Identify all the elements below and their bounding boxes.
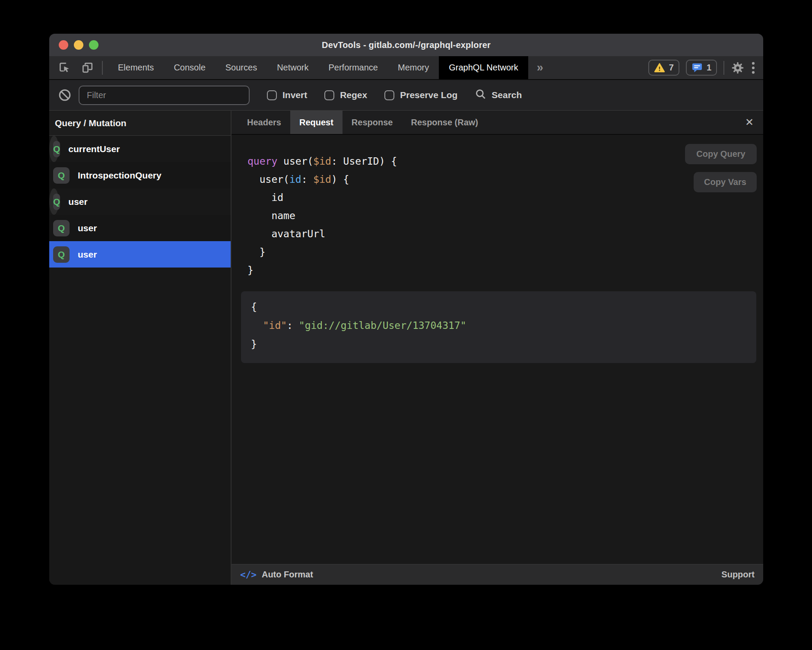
more-menu-icon[interactable] [751, 61, 755, 75]
zoom-window-button[interactable] [89, 40, 98, 50]
checkbox-icon[interactable] [384, 90, 394, 100]
tab-performance[interactable]: Performance [319, 56, 388, 79]
query-list-item[interactable]: QcurrentUser [49, 136, 59, 162]
query-name: user [78, 249, 97, 260]
code-brackets-icon: </> [240, 570, 257, 580]
query-list-item[interactable]: Quser [49, 241, 231, 268]
window-title: DevTools - gitlab.com/-/graphql-explorer [49, 40, 763, 50]
code-line: } [247, 243, 397, 261]
request-body: Copy Query Copy Vars query user($id: Use… [232, 135, 763, 564]
tab-response-raw[interactable]: Response (Raw) [402, 111, 487, 134]
titlebar: DevTools - gitlab.com/-/graphql-explorer [49, 34, 763, 56]
traffic-lights [59, 34, 98, 56]
devtools-window: DevTools - gitlab.com/-/graphql-explorer… [49, 34, 763, 585]
variables-box: { "id": "gid://gitlab/User/13704317"} [241, 291, 756, 363]
variables-code: { "id": "gid://gitlab/User/13704317"} [251, 298, 756, 354]
code-line: avatarUrl [247, 225, 397, 243]
message-count: 1 [707, 63, 711, 73]
query-name: user [78, 223, 97, 233]
tab-memory[interactable]: Memory [388, 56, 439, 79]
query-name: currentUser [68, 144, 120, 154]
code-line: } [247, 261, 397, 279]
query-type-badge: Q [53, 194, 60, 210]
footer-bar: </> Auto Format Support [232, 564, 763, 585]
filter-checkboxes: InvertRegexPreserve Log [267, 90, 457, 100]
checkbox-icon[interactable] [324, 90, 334, 100]
content-area: Query / Mutation QcurrentUserQIntrospect… [49, 111, 763, 585]
close-window-button[interactable] [59, 40, 68, 50]
code-line: "id": "gid://gitlab/User/13704317" [251, 316, 756, 335]
query-type-badge: Q [53, 141, 60, 157]
graphql-query-code: query user($id: UserID) { user(id: $id) … [247, 152, 397, 279]
query-list-item[interactable]: QIntrospectionQuery [49, 162, 231, 188]
query-type-badge: Q [53, 167, 70, 184]
tab-request[interactable]: Request [290, 111, 343, 134]
tab-headers[interactable]: Headers [238, 111, 290, 134]
main-tabs: ElementsConsoleSourcesNetworkPerformance… [108, 56, 528, 79]
query-type-badge: Q [53, 220, 70, 236]
search-icon [475, 88, 487, 102]
request-tab-bar: HeadersRequestResponseResponse (Raw) ✕ [232, 111, 763, 135]
query-list-item[interactable]: Quser [49, 188, 59, 215]
code-line: { [251, 298, 756, 316]
toolbar-divider [102, 61, 103, 75]
tab-graphql-network[interactable]: GraphQL Network [439, 56, 528, 79]
message-icon [691, 62, 703, 73]
sidebar-header: Query / Mutation [49, 111, 231, 136]
query-name: IntrospectionQuery [78, 170, 162, 181]
devtools-tab-bar: ElementsConsoleSourcesNetworkPerformance… [49, 56, 763, 80]
warnings-badge[interactable]: 7 [648, 60, 679, 76]
filter-bar: InvertRegexPreserve Log Search [49, 80, 763, 111]
tab-elements[interactable]: Elements [108, 56, 164, 79]
checkbox-label: Regex [340, 90, 367, 100]
toolbar-divider [723, 61, 724, 75]
tab-sources[interactable]: Sources [216, 56, 267, 79]
warning-icon [654, 62, 665, 73]
code-line: id [247, 188, 397, 207]
more-tabs-icon[interactable]: » [528, 56, 552, 79]
close-panel-icon[interactable]: ✕ [742, 115, 756, 129]
request-tabs: HeadersRequestResponseResponse (Raw) [238, 111, 487, 134]
support-link[interactable]: Support [721, 570, 755, 580]
code-line: } [251, 335, 756, 354]
search-label: Search [492, 90, 522, 100]
tab-network[interactable]: Network [267, 56, 318, 79]
query-name: user [68, 197, 87, 207]
auto-format-button[interactable]: </> Auto Format [240, 570, 313, 580]
code-line: user(id: $id) { [247, 170, 397, 188]
query-list-item[interactable]: Quser [49, 215, 231, 241]
device-toolbar-icon[interactable] [81, 61, 94, 74]
checkbox-label: Preserve Log [400, 90, 457, 100]
request-panel: HeadersRequestResponseResponse (Raw) ✕ C… [232, 111, 763, 585]
checkbox-label: Invert [282, 90, 307, 100]
clear-filter-icon[interactable] [58, 88, 72, 102]
tab-console[interactable]: Console [164, 56, 215, 79]
auto-format-label: Auto Format [262, 570, 313, 580]
copy-vars-button[interactable]: Copy Vars [694, 172, 757, 192]
checkbox-regex[interactable]: Regex [324, 90, 367, 100]
checkbox-preserve-log[interactable]: Preserve Log [384, 90, 457, 100]
inspect-element-icon[interactable] [58, 61, 71, 74]
tab-response[interactable]: Response [343, 111, 402, 134]
code-line: name [247, 207, 397, 225]
messages-badge[interactable]: 1 [686, 60, 717, 76]
settings-gear-icon[interactable] [731, 61, 745, 75]
minimize-window-button[interactable] [74, 40, 83, 50]
search-button[interactable]: Search [475, 88, 522, 102]
checkbox-invert[interactable]: Invert [267, 90, 307, 100]
checkbox-icon[interactable] [267, 90, 277, 100]
query-list: QcurrentUserQIntrospectionQueryQuserQuse… [49, 136, 231, 268]
warning-count: 7 [669, 63, 674, 73]
copy-query-button[interactable]: Copy Query [685, 144, 757, 164]
code-line: query user($id: UserID) { [247, 152, 397, 170]
sidebar: Query / Mutation QcurrentUserQIntrospect… [49, 111, 232, 585]
query-type-badge: Q [53, 246, 70, 263]
filter-input[interactable] [79, 86, 250, 105]
